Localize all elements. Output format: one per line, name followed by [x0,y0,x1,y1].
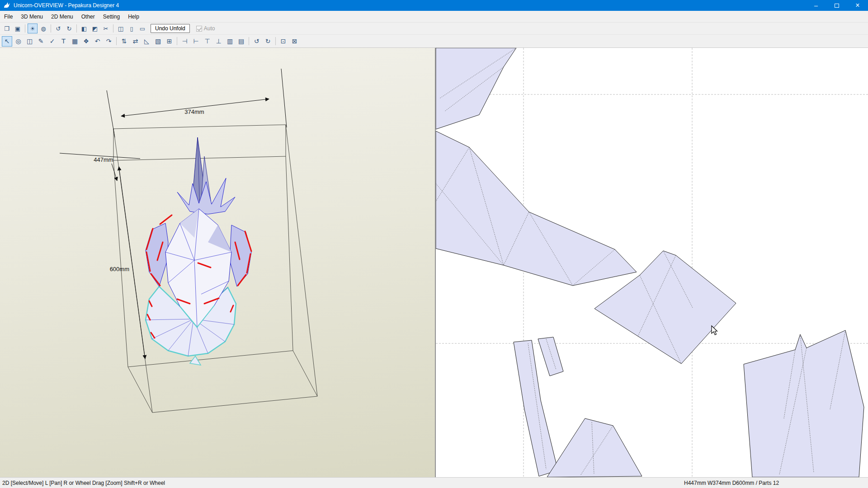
text-tool-icon[interactable]: T [58,36,69,47]
2d-layout-viewport[interactable] [436,48,868,477]
reverse-fold-icon[interactable]: ⇅ [119,36,129,47]
shade-view-icon[interactable]: ◧ [79,23,89,33]
statusbar: 2D [Select/Move] L [Pan] R or Wheel Drag… [0,477,868,488]
align-left-icon[interactable]: ⊣ [179,36,190,47]
toolbar-separator [51,24,51,33]
main-toolbar: ❒▣☀◍↺↻◧◩✂◫▯▭ Undo Unfold Auto [0,23,868,35]
toolbar-separator [249,37,249,45]
fit-view-icon[interactable]: ⊠ [289,36,300,47]
menu-item-2d-menu[interactable]: 2D Menu [47,12,77,22]
menubar: File 3D Menu 2D Menu Other Setting Help [0,11,868,23]
divide-join-icon[interactable]: ◫ [24,36,35,47]
align-top-icon[interactable]: ⊤ [202,36,212,47]
status-model-info: H447mm W374mm D600mm / Parts 12 [684,480,779,486]
status-hint-text: 2D [Select/Move] L [Pan] R or Wheel Drag… [0,480,165,486]
maximize-button[interactable] [826,0,847,11]
menu-item-3d-menu[interactable]: 3D Menu [17,12,47,22]
maximize-icon [835,4,839,8]
minimize-button[interactable]: – [806,0,826,11]
3d-viewport[interactable]: 374mm 447mm 600mm [0,48,435,477]
pattern-piece[interactable] [744,330,864,477]
align-right-icon[interactable]: ⊢ [191,36,201,47]
3d-window-icon[interactable]: ▯ [127,23,137,33]
light-icon[interactable]: ☀ [28,23,38,33]
add-flap-icon[interactable]: ◺ [142,36,152,47]
pattern-piece[interactable] [436,48,516,129]
symbol-tool-icon[interactable]: ❖ [81,36,91,47]
auto-checkbox[interactable] [196,26,202,32]
toolbar-separator [76,24,77,33]
center-v-icon[interactable]: ▤ [236,36,246,47]
rotate-left-icon[interactable]: ↺ [53,23,63,33]
dim-depth-label: 600mm [110,266,129,272]
toolbar-separator [177,37,177,45]
app-logo-icon [3,2,11,9]
menu-item-help[interactable]: Help [124,12,143,22]
rotate-left-part-icon[interactable]: ↺ [251,36,262,47]
toolbar-separator [116,37,117,45]
save-icon[interactable]: ▣ [13,23,23,33]
texture-icon[interactable]: ◍ [38,23,48,33]
sheet-icon[interactable]: ▧ [153,36,163,47]
redo-icon[interactable]: ↷ [104,36,114,47]
pattern-piece[interactable] [547,418,642,477]
split-window-icon[interactable]: ◫ [116,23,126,33]
window-title: Unicorn-OVERVIEW - Pepakura Designer 4 [14,2,806,9]
edge-view-icon[interactable]: ◩ [90,23,100,33]
auto-checkbox-group[interactable]: Auto [196,25,215,32]
2d-window-icon[interactable]: ▭ [137,23,147,33]
rotate-right-part-icon[interactable]: ↻ [263,36,273,47]
pattern-piece[interactable] [436,131,637,286]
center-h-icon[interactable]: ▥ [225,36,235,47]
menu-item-file[interactable]: File [0,12,17,22]
titlebar: Unicorn-OVERVIEW - Pepakura Designer 4 –… [0,0,868,11]
auto-checkbox-label: Auto [204,25,215,32]
toolbar-separator [25,24,25,33]
pattern-piece[interactable] [538,337,563,376]
menu-item-other[interactable]: Other [77,12,99,22]
rotate-part-icon[interactable]: ◎ [13,36,24,47]
arrange-parts-icon[interactable]: ⊞ [164,36,175,47]
undo-unfold-button[interactable]: Undo Unfold [151,24,190,33]
select-all-parts-icon[interactable]: ⊡ [278,36,288,47]
unfold-icon[interactable]: ✂ [101,23,111,33]
unicorn-model[interactable] [146,137,251,365]
undo-icon[interactable]: ↶ [92,36,103,47]
align-bottom-icon[interactable]: ⊥ [213,36,224,47]
rotate-right-icon[interactable]: ↻ [64,23,74,33]
dim-height-label: 447mm [94,156,113,163]
menu-item-setting[interactable]: Setting [99,12,124,22]
toolbar-separator [275,37,276,45]
select-move-icon[interactable]: ↖ [2,36,12,47]
image-tool-icon[interactable]: ▦ [70,36,80,47]
toolbar-separator [113,24,113,33]
edit-line-icon[interactable]: ✎ [36,36,46,47]
close-button[interactable]: × [847,0,868,11]
check-line-icon[interactable]: ✓ [47,36,57,47]
dim-width-label: 374mm [184,108,204,115]
swap-flap-icon[interactable]: ⇄ [130,36,141,47]
2d-toolbar: ↖◎◫✎✓T▦❖↶↷⇅⇄◺▧⊞⊣⊢⊤⊥▥▤↺↻⊡⊠ [0,35,868,48]
open-folder-icon[interactable]: ❒ [2,23,12,33]
